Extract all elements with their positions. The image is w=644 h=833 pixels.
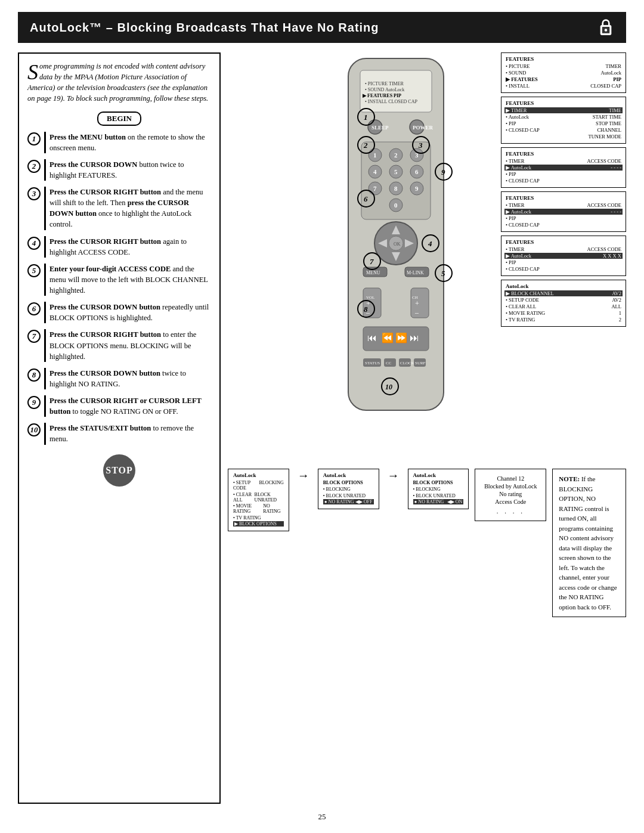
page-title: AutoLock™ – Blocking Broadcasts That Hav…	[30, 21, 379, 35]
step-content-8: Press the CURSOR DOWN button twice to hi…	[44, 368, 211, 389]
panel-6-header: AutoLock	[506, 283, 621, 289]
step-bold-7: Press the CURSOR RIGHT button	[49, 330, 161, 339]
svg-text:⏭: ⏭	[410, 333, 419, 343]
svg-text:SLEEP: SLEEP	[371, 125, 389, 131]
svg-text:6: 6	[364, 194, 368, 203]
panel-3-header: FEATURES	[506, 151, 621, 157]
channel-blocked-line3: No rating	[480, 491, 541, 497]
bs3-subheader: BLOCK OPTIONS	[413, 480, 464, 485]
svg-text:8: 8	[394, 185, 398, 192]
stop-badge: STOP	[27, 454, 211, 487]
screen-panel-6: AutoLock ▶ BLOCK CHANNELAV2 • SETUP CODE…	[501, 280, 626, 327]
remote-svg: • PICTURE TIMER • SOUND AutoLock ▶ FEATU…	[312, 52, 479, 422]
step-8: 8 Press the CURSOR DOWN button twice to …	[27, 368, 211, 389]
svg-text:⏮: ⏮	[367, 333, 377, 343]
svg-text:+: +	[415, 299, 419, 308]
step-5: 5 Enter your four-digit ACCESS CODE and …	[27, 264, 211, 296]
svg-text:5: 5	[394, 168, 398, 175]
panel-5-row-3: • PIP	[506, 259, 621, 265]
svg-text:CC: CC	[386, 361, 392, 366]
step-7: 7 Press the CURSOR RIGHT button to enter…	[27, 329, 211, 361]
step-bold-3: Press the CURSOR RIGHT button	[49, 188, 161, 196]
page-number: 25	[18, 812, 626, 822]
step-4: 4 Press the CURSOR RIGHT button again to…	[27, 236, 211, 258]
channel-blocked-line4: Access Code	[480, 498, 541, 505]
screen-panels-right: FEATURES • PICTURETIMER • SOUNDAutoLock …	[501, 52, 626, 327]
step-content-4: Press the CURSOR RIGHT button again to h…	[44, 236, 211, 258]
screen-panel-3: FEATURES • TIMERACCESS CODE ▶ AutoLock- …	[501, 147, 626, 188]
intro-text: Some programming is not encoded with con…	[27, 61, 211, 104]
panel-4-row-3: • PIP	[506, 215, 621, 221]
bs1-header: AutoLock	[233, 472, 284, 478]
bs2-header: AutoLock	[323, 472, 374, 478]
screen-panel-4: FEATURES • TIMERACCESS CODE ▶ AutoLock- …	[501, 191, 626, 232]
bs3-row2: • BLOCK UNRATED	[413, 493, 464, 498]
svg-text:3: 3	[418, 141, 423, 150]
step-num-8: 8	[27, 368, 41, 382]
bs1-row2: • CLEAR ALLBLOCK UNRATED	[233, 492, 284, 503]
channel-blocked-line1: Channel 12	[480, 475, 541, 482]
svg-text:7: 7	[373, 185, 377, 192]
svg-text:OK: OK	[394, 241, 401, 247]
step-bold-8: Press the CURSOR DOWN button	[49, 369, 160, 377]
channel-blocked-box: Channel 12 Blocked by AutoLock No rating…	[475, 469, 546, 521]
panel-4-row-4: • CLOSED CAP	[506, 222, 621, 228]
screen-panel-2: FEATURES ▶ TIMERTIME • AutoLockSTART TIM…	[501, 97, 626, 144]
bottom-screen-3: AutoLock BLOCK OPTIONS • BLOCKING • BLOC…	[408, 469, 469, 509]
main-content: Some programming is not encoded with con…	[18, 52, 626, 804]
step-2: 2 Press the CURSOR DOWN button twice to …	[27, 159, 211, 181]
panel-6-row-5: • TV RATING2	[506, 317, 621, 323]
panel-6-row-3: • CLEAR ALLALL	[506, 304, 621, 309]
lock-icon	[597, 18, 614, 37]
bs1-row5: ▶ BLOCK OPTIONS	[233, 521, 284, 527]
left-column: Some programming is not encoded with con…	[18, 52, 221, 804]
svg-text:STATUS: STATUS	[365, 361, 380, 366]
svg-text:CLOCK: CLOCK	[400, 361, 414, 366]
panel-4-row-2: ▶ AutoLock- - - -	[504, 209, 623, 215]
panel-1-row-2: • SOUNDAutoLock	[506, 70, 621, 76]
step-9: 9 Press the CURSOR RIGHT or CURSOR LEFT …	[27, 395, 211, 417]
channel-blocked-dots: . . . .	[480, 507, 541, 515]
step-bold-1: Press the MENU button	[49, 133, 126, 141]
panel-2-header: FEATURES	[506, 100, 621, 106]
title-bar: AutoLock™ – Blocking Broadcasts That Hav…	[18, 12, 626, 43]
panel-3-row-4: • CLOSED CAP	[506, 178, 621, 184]
svg-text:• PICTURE    TIMER: • PICTURE TIMER	[365, 81, 404, 86]
bs2-subheader: BLOCK OPTIONS	[323, 480, 374, 485]
bs1-row4: • TV RATING	[233, 515, 284, 521]
step-num-2: 2	[27, 160, 41, 173]
step-num-9: 9	[27, 396, 41, 409]
step-content-6: Press the CURSOR DOWN button repeatedly …	[44, 302, 211, 323]
step-content-9: Press the CURSOR RIGHT or CURSOR LEFT bu…	[44, 395, 211, 417]
panel-1-row-1: • PICTURETIMER	[506, 63, 621, 69]
arrow-right-2: →	[385, 469, 402, 482]
bs2-row1: • BLOCKING	[323, 487, 374, 492]
begin-badge: BEGIN	[97, 112, 141, 126]
step-bold-3b: press the CURSOR DOWN button	[49, 199, 189, 218]
screen-panel-5: FEATURES • TIMERACCESS CODE ▶ AutoLockX …	[501, 236, 626, 276]
step-num-1: 1	[27, 132, 41, 145]
svg-point-2	[605, 29, 607, 31]
step-content-2: Press the CURSOR DOWN button twice to hi…	[44, 159, 211, 181]
svg-text:MENU: MENU	[366, 270, 380, 275]
svg-text:10: 10	[385, 383, 392, 391]
panel-1-row-4: • INSTALLCLOSED CAP	[506, 83, 621, 89]
panel-4-row-1: • TIMERACCESS CODE	[506, 202, 621, 208]
svg-text:M-LINK: M-LINK	[407, 270, 424, 275]
svg-text:POWER: POWER	[413, 125, 434, 131]
panel-3-row-2: ▶ AutoLock- - - -	[504, 165, 623, 171]
svg-text:–: –	[414, 308, 419, 317]
step-1: 1 Press the MENU button on the remote to…	[27, 132, 211, 153]
intro-body: ome programming is not encoded with cont…	[27, 62, 208, 103]
step-num-4: 4	[27, 237, 41, 250]
step-content-7: Press the CURSOR RIGHT button to enter t…	[44, 329, 211, 361]
step-num-6: 6	[27, 302, 41, 315]
drop-cap: S	[27, 63, 38, 82]
step-content-5: Enter your four-digit ACCESS CODE and th…	[44, 264, 211, 296]
step-bold-9: Press the CURSOR RIGHT or CURSOR LEFT bu…	[49, 397, 202, 416]
bs1-row1: • SETUP CODEBLOCKING	[233, 480, 284, 491]
panel-2-row-3: • PIPSTOP TIME	[506, 120, 621, 126]
panel-5-row-1: • TIMERACCESS CODE	[506, 246, 621, 252]
bottom-screen-1: AutoLock • SETUP CODEBLOCKING • CLEAR AL…	[228, 469, 289, 531]
step-bold-5: Enter your four-digit ACCESS CODE	[49, 265, 171, 273]
